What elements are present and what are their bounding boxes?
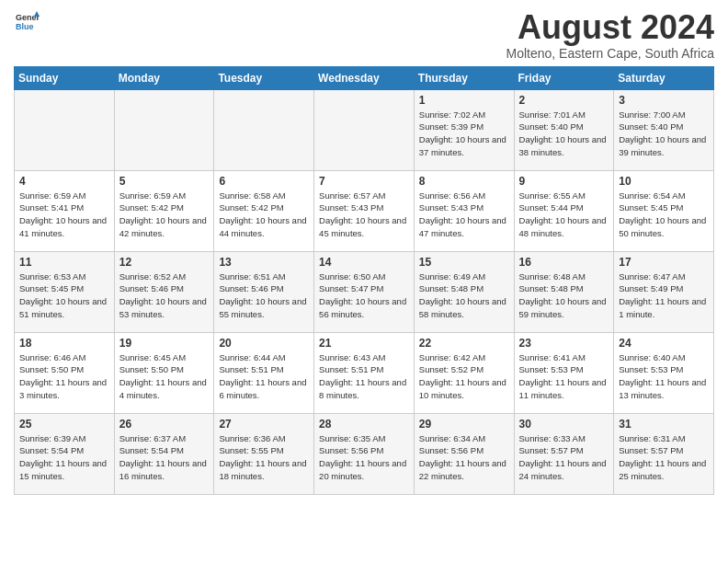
- cell-info: Sunrise: 6:58 AM Sunset: 5:42 PM Dayligh…: [219, 190, 309, 240]
- week-row-1: 1Sunrise: 7:02 AM Sunset: 5:39 PM Daylig…: [15, 89, 714, 170]
- cell-info: Sunrise: 6:48 AM Sunset: 5:48 PM Dayligh…: [519, 270, 609, 321]
- cell-info: Sunrise: 7:02 AM Sunset: 5:39 PM Dayligh…: [419, 109, 509, 159]
- cell-w2-d6: 9Sunrise: 6:55 AM Sunset: 5:44 PM Daylig…: [514, 170, 614, 251]
- cell-info: Sunrise: 6:34 AM Sunset: 5:56 PM Dayligh…: [419, 432, 509, 483]
- cell-w4-d3: 20Sunrise: 6:44 AM Sunset: 5:51 PM Dayli…: [214, 332, 314, 413]
- header: General Blue General Blue August 2024 Mo…: [14, 9, 714, 61]
- cell-info: Sunrise: 6:31 AM Sunset: 5:57 PM Dayligh…: [619, 432, 709, 483]
- thursday-header: Thursday: [414, 66, 514, 89]
- cell-info: Sunrise: 6:45 AM Sunset: 5:50 PM Dayligh…: [119, 351, 210, 402]
- cell-w4-d5: 22Sunrise: 6:42 AM Sunset: 5:52 PM Dayli…: [414, 332, 514, 413]
- cell-info: Sunrise: 6:50 AM Sunset: 5:47 PM Dayligh…: [319, 270, 409, 321]
- cell-info: Sunrise: 6:51 AM Sunset: 5:46 PM Dayligh…: [219, 270, 309, 321]
- svg-text:Blue: Blue: [16, 22, 34, 31]
- cell-info: Sunrise: 6:33 AM Sunset: 5:57 PM Dayligh…: [519, 432, 609, 483]
- cell-info: Sunrise: 6:46 AM Sunset: 5:50 PM Dayligh…: [19, 351, 109, 402]
- day-number: 23: [519, 337, 609, 350]
- cell-info: Sunrise: 6:39 AM Sunset: 5:54 PM Dayligh…: [19, 432, 109, 483]
- week-row-4: 18Sunrise: 6:46 AM Sunset: 5:50 PM Dayli…: [15, 332, 714, 413]
- sunday-header: Sunday: [15, 66, 115, 89]
- header-row: Sunday Monday Tuesday Wednesday Thursday…: [15, 66, 714, 89]
- cell-w1-d5: 1Sunrise: 7:02 AM Sunset: 5:39 PM Daylig…: [414, 89, 514, 170]
- day-number: 13: [219, 256, 309, 269]
- cell-w2-d7: 10Sunrise: 6:54 AM Sunset: 5:45 PM Dayli…: [614, 170, 714, 251]
- cell-info: Sunrise: 7:00 AM Sunset: 5:40 PM Dayligh…: [619, 109, 709, 159]
- cell-w5-d5: 29Sunrise: 6:34 AM Sunset: 5:56 PM Dayli…: [414, 413, 514, 494]
- day-number: 18: [19, 337, 109, 350]
- logo-icon: General Blue: [14, 9, 40, 35]
- cell-info: Sunrise: 6:54 AM Sunset: 5:45 PM Dayligh…: [619, 190, 709, 240]
- cell-w3-d4: 14Sunrise: 6:50 AM Sunset: 5:47 PM Dayli…: [314, 251, 415, 332]
- cell-info: Sunrise: 6:49 AM Sunset: 5:48 PM Dayligh…: [419, 270, 509, 321]
- cell-w2-d4: 7Sunrise: 6:57 AM Sunset: 5:43 PM Daylig…: [314, 170, 415, 251]
- cell-info: Sunrise: 6:36 AM Sunset: 5:55 PM Dayligh…: [219, 432, 309, 483]
- cell-info: Sunrise: 6:52 AM Sunset: 5:46 PM Dayligh…: [119, 270, 210, 321]
- cell-w5-d3: 27Sunrise: 6:36 AM Sunset: 5:55 PM Dayli…: [214, 413, 314, 494]
- day-number: 20: [219, 337, 309, 350]
- cell-w3-d5: 15Sunrise: 6:49 AM Sunset: 5:48 PM Dayli…: [414, 251, 514, 332]
- day-number: 25: [19, 418, 109, 431]
- title-section: August 2024 Molteno, Eastern Cape, South…: [506, 9, 714, 61]
- day-number: 24: [619, 337, 709, 350]
- cell-w1-d2: [114, 89, 214, 170]
- cell-info: Sunrise: 6:37 AM Sunset: 5:54 PM Dayligh…: [119, 432, 210, 483]
- cell-w1-d7: 3Sunrise: 7:00 AM Sunset: 5:40 PM Daylig…: [614, 89, 714, 170]
- day-number: 4: [19, 175, 109, 188]
- day-number: 3: [619, 94, 709, 107]
- cell-w4-d7: 24Sunrise: 6:40 AM Sunset: 5:53 PM Dayli…: [614, 332, 714, 413]
- friday-header: Friday: [514, 66, 614, 89]
- cell-w1-d4: [314, 89, 415, 170]
- cell-info: Sunrise: 6:56 AM Sunset: 5:43 PM Dayligh…: [419, 190, 509, 240]
- week-row-2: 4Sunrise: 6:59 AM Sunset: 5:41 PM Daylig…: [15, 170, 714, 251]
- cell-info: Sunrise: 6:41 AM Sunset: 5:53 PM Dayligh…: [519, 351, 609, 402]
- day-number: 14: [319, 256, 409, 269]
- day-number: 16: [519, 256, 609, 269]
- cell-w5-d7: 31Sunrise: 6:31 AM Sunset: 5:57 PM Dayli…: [614, 413, 714, 494]
- cell-w4-d4: 21Sunrise: 6:43 AM Sunset: 5:51 PM Dayli…: [314, 332, 415, 413]
- day-number: 28: [319, 418, 409, 431]
- cell-w2-d2: 5Sunrise: 6:59 AM Sunset: 5:42 PM Daylig…: [114, 170, 214, 251]
- day-number: 30: [519, 418, 609, 431]
- cell-info: Sunrise: 6:47 AM Sunset: 5:49 PM Dayligh…: [619, 270, 709, 321]
- week-row-5: 25Sunrise: 6:39 AM Sunset: 5:54 PM Dayli…: [15, 413, 714, 494]
- day-number: 17: [619, 256, 709, 269]
- saturday-header: Saturday: [614, 66, 714, 89]
- day-number: 27: [219, 418, 309, 431]
- cell-w3-d3: 13Sunrise: 6:51 AM Sunset: 5:46 PM Dayli…: [214, 251, 314, 332]
- day-number: 15: [419, 256, 509, 269]
- cell-w5-d4: 28Sunrise: 6:35 AM Sunset: 5:56 PM Dayli…: [314, 413, 415, 494]
- cell-info: Sunrise: 6:43 AM Sunset: 5:51 PM Dayligh…: [319, 351, 409, 402]
- cell-w4-d2: 19Sunrise: 6:45 AM Sunset: 5:50 PM Dayli…: [114, 332, 214, 413]
- cell-info: Sunrise: 6:55 AM Sunset: 5:44 PM Dayligh…: [519, 190, 609, 240]
- day-number: 5: [119, 175, 210, 188]
- day-number: 7: [319, 175, 409, 188]
- day-number: 11: [19, 256, 109, 269]
- cell-info: Sunrise: 6:40 AM Sunset: 5:53 PM Dayligh…: [619, 351, 709, 402]
- cell-info: Sunrise: 6:59 AM Sunset: 5:42 PM Dayligh…: [119, 190, 210, 240]
- cell-w3-d2: 12Sunrise: 6:52 AM Sunset: 5:46 PM Dayli…: [114, 251, 214, 332]
- calendar-table: Sunday Monday Tuesday Wednesday Thursday…: [14, 66, 714, 495]
- cell-w1-d6: 2Sunrise: 7:01 AM Sunset: 5:40 PM Daylig…: [514, 89, 614, 170]
- cell-info: Sunrise: 6:44 AM Sunset: 5:51 PM Dayligh…: [219, 351, 309, 402]
- cell-w3-d1: 11Sunrise: 6:53 AM Sunset: 5:45 PM Dayli…: [15, 251, 115, 332]
- cell-info: Sunrise: 6:59 AM Sunset: 5:41 PM Dayligh…: [19, 190, 109, 240]
- monday-header: Monday: [114, 66, 214, 89]
- cell-w5-d2: 26Sunrise: 6:37 AM Sunset: 5:54 PM Dayli…: [114, 413, 214, 494]
- cell-info: Sunrise: 6:53 AM Sunset: 5:45 PM Dayligh…: [19, 270, 109, 321]
- cell-w5-d1: 25Sunrise: 6:39 AM Sunset: 5:54 PM Dayli…: [15, 413, 115, 494]
- cell-w4-d1: 18Sunrise: 6:46 AM Sunset: 5:50 PM Dayli…: [15, 332, 115, 413]
- cell-info: Sunrise: 7:01 AM Sunset: 5:40 PM Dayligh…: [519, 109, 609, 159]
- cell-w4-d6: 23Sunrise: 6:41 AM Sunset: 5:53 PM Dayli…: [514, 332, 614, 413]
- day-number: 10: [619, 175, 709, 188]
- day-number: 21: [319, 337, 409, 350]
- day-number: 2: [519, 94, 609, 107]
- location-subtitle: Molteno, Eastern Cape, South Africa: [506, 46, 714, 61]
- day-number: 29: [419, 418, 509, 431]
- day-number: 26: [119, 418, 210, 431]
- logo: General Blue General Blue: [14, 9, 43, 35]
- day-number: 19: [119, 337, 210, 350]
- cell-w1-d1: [15, 89, 115, 170]
- cell-w2-d5: 8Sunrise: 6:56 AM Sunset: 5:43 PM Daylig…: [414, 170, 514, 251]
- month-title: August 2024: [506, 9, 714, 46]
- day-number: 31: [619, 418, 709, 431]
